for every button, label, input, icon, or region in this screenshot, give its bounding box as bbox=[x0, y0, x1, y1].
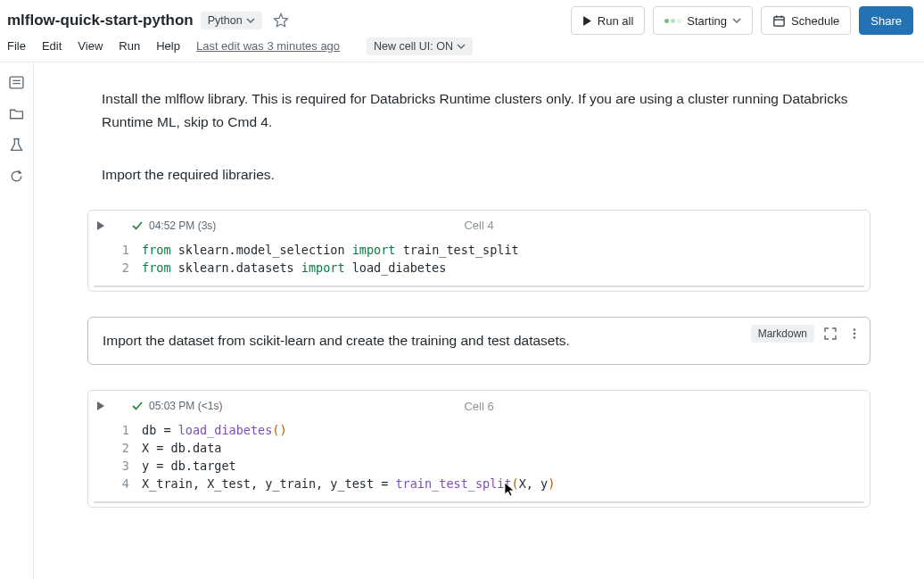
line-gutter: 12 bbox=[97, 241, 142, 277]
menu-file[interactable]: File bbox=[7, 39, 26, 53]
run-all-label: Run all bbox=[598, 14, 633, 28]
run-all-button[interactable]: Run all bbox=[571, 6, 645, 35]
notebook-body[interactable]: Install the mlflow library. This is requ… bbox=[34, 62, 924, 579]
run-cell-button[interactable] bbox=[97, 401, 104, 410]
menu-run[interactable]: Run bbox=[119, 39, 140, 53]
code-cell-4[interactable]: 04:52 PM (3s) Cell 4 12 from sklearn.mod… bbox=[87, 210, 870, 292]
cluster-status-button[interactable]: Starting bbox=[653, 6, 753, 35]
calendar-icon bbox=[772, 14, 786, 28]
markdown-cell-3[interactable]: Markdown Import the dataset from scikit-… bbox=[87, 317, 870, 366]
new-cell-ui-label: New cell UI: ON bbox=[374, 40, 453, 53]
share-label: Share bbox=[870, 14, 902, 28]
experiments-icon[interactable] bbox=[9, 137, 24, 153]
refresh-icon[interactable] bbox=[9, 169, 24, 184]
code-body[interactable]: 1234 db = load_diabetes()X = db.datay = … bbox=[88, 418, 870, 501]
svg-point-10 bbox=[854, 336, 856, 339]
run-cell-button[interactable] bbox=[97, 221, 104, 230]
expand-button[interactable] bbox=[821, 325, 839, 343]
schedule-label: Schedule bbox=[791, 14, 839, 28]
chevron-down-icon bbox=[246, 16, 255, 25]
cell-id-label: Cell 6 bbox=[464, 400, 493, 413]
menubar: File Edit View Run Help Last edit was 3 … bbox=[0, 37, 924, 62]
menu-edit[interactable]: Edit bbox=[42, 39, 62, 53]
loading-dots-icon bbox=[664, 19, 681, 23]
code-cell-6[interactable]: 05:03 PM (<1s) Cell 6 1234 db = load_dia… bbox=[87, 390, 870, 508]
cell-menu-button[interactable] bbox=[846, 326, 862, 342]
chevron-down-icon bbox=[457, 42, 466, 51]
share-button[interactable]: Share bbox=[859, 6, 913, 35]
play-icon bbox=[582, 16, 592, 26]
folder-icon[interactable] bbox=[9, 106, 24, 121]
cell-toolbar: Markdown bbox=[751, 325, 862, 343]
svg-rect-4 bbox=[10, 77, 23, 88]
cell-id-label: Cell 4 bbox=[464, 219, 493, 232]
code-lines[interactable]: db = load_diabetes()X = db.datay = db.ta… bbox=[142, 421, 861, 492]
cluster-state-label: Starting bbox=[687, 14, 727, 28]
schedule-button[interactable]: Schedule bbox=[761, 6, 851, 35]
chevron-down-icon bbox=[732, 16, 741, 25]
line-gutter: 1234 bbox=[97, 421, 142, 492]
kebab-icon bbox=[848, 327, 861, 340]
svg-point-8 bbox=[854, 328, 856, 331]
cell-type-badge[interactable]: Markdown bbox=[751, 325, 814, 343]
cell-header: 05:03 PM (<1s) Cell 6 bbox=[88, 391, 870, 418]
last-edit-link[interactable]: Last edit was 3 minutes ago bbox=[196, 39, 340, 53]
markdown-cell-2[interactable]: Import the required libraries. bbox=[87, 156, 870, 194]
expand-icon bbox=[823, 327, 837, 341]
cell-resize-handle[interactable] bbox=[94, 501, 864, 503]
svg-point-9 bbox=[854, 332, 856, 335]
cell-header: 04:52 PM (3s) Cell 4 bbox=[88, 211, 870, 237]
check-icon bbox=[131, 219, 144, 232]
topbar-right: Run all Starting Schedule Share bbox=[571, 6, 913, 35]
markdown-cell-1[interactable]: Install the mlflow library. This is requ… bbox=[87, 80, 870, 140]
svg-rect-0 bbox=[774, 16, 784, 25]
new-cell-ui-toggle[interactable]: New cell UI: ON bbox=[367, 37, 473, 55]
code-lines[interactable]: from sklearn.model_selection import trai… bbox=[142, 241, 861, 277]
cell-status: 04:52 PM (3s) bbox=[149, 219, 216, 232]
favorite-button[interactable] bbox=[273, 12, 289, 29]
left-rail bbox=[0, 62, 34, 579]
code-body[interactable]: 12 from sklearn.model_selection import t… bbox=[88, 237, 870, 285]
toc-icon[interactable] bbox=[9, 75, 24, 90]
check-icon bbox=[131, 400, 144, 412]
language-selector[interactable]: Python bbox=[201, 12, 262, 29]
topbar-left: mlflow-quick-start-python Python bbox=[7, 12, 289, 29]
star-icon bbox=[273, 12, 289, 29]
main-area: Install the mlflow library. This is requ… bbox=[0, 62, 924, 579]
language-label: Python bbox=[208, 14, 243, 27]
menu-view[interactable]: View bbox=[78, 39, 103, 53]
topbar: mlflow-quick-start-python Python Run all… bbox=[0, 0, 924, 37]
menu-help[interactable]: Help bbox=[156, 39, 180, 53]
cell-resize-handle[interactable] bbox=[94, 285, 864, 287]
cell-status: 05:03 PM (<1s) bbox=[149, 400, 222, 412]
notebook-title[interactable]: mlflow-quick-start-python bbox=[7, 12, 194, 29]
